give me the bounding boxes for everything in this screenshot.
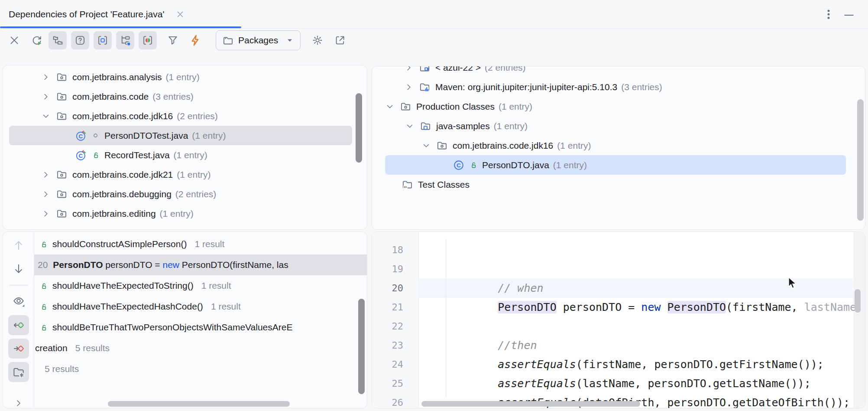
left-tree-scrollbar[interactable] (356, 93, 362, 163)
code-keyword: new (641, 301, 661, 313)
tree-label: com.jetbrains.code (72, 91, 149, 102)
tree-row-package[interactable]: com.jetbrains.code.jdk16 (1 entry) (372, 136, 865, 155)
tab-close-icon[interactable] (175, 9, 185, 21)
tree-row-jdk[interactable]: < azul-22 > (2 entries) (372, 66, 865, 77)
code-line[interactable]: // when (420, 260, 865, 279)
code-preview-editor: 18 19 20 21 22 23 24 25 26 // when Perso… (372, 232, 865, 408)
tree-label: Production Classes (416, 101, 495, 112)
incoming-usages-button[interactable] (8, 315, 29, 335)
preview-eye-button[interactable] (8, 291, 29, 311)
tree-row-package[interactable]: com.jetbrains.code (3 entries) (3, 87, 367, 106)
tree-count: (3 entries) (621, 82, 662, 92)
editor-vertical-scrollbar[interactable] (855, 289, 861, 313)
usages-panel: shouldConstructASimplePerson() 1 result … (3, 232, 367, 408)
tree-row-package[interactable]: com.jetbrains.code.jdk21 (1 entry) (3, 165, 367, 184)
open-in-editor-button[interactable] (331, 31, 349, 49)
usage-count: 1 result (201, 281, 231, 291)
outgoing-usages-button[interactable] (8, 339, 29, 359)
chevron-right-icon[interactable] (41, 209, 56, 219)
code-line[interactable]: assertEquals(dateOfBirth, personDTO.getD… (420, 374, 865, 393)
tree-row-package[interactable]: com.jetbrains.editing (1 entry) (3, 204, 367, 223)
settings-button[interactable] (308, 31, 327, 49)
previous-occurrence-button[interactable] (8, 235, 29, 255)
tree-row-test-classes[interactable]: Test Classes (372, 175, 865, 194)
usage-label: shouldHaveTheExpectedToString() (52, 281, 194, 291)
svg-text:C: C (79, 153, 83, 159)
code-text-under-cursor: lastName, (804, 301, 863, 313)
tree-label: com.jetbrains.code.jdk21 (72, 170, 173, 180)
module-groups-button[interactable] (116, 31, 134, 49)
chevron-right-icon[interactable] (41, 92, 56, 101)
tool-window-header: Dependencies of Project 'Feature.java' (0, 0, 868, 29)
usage-count: 1 result (211, 301, 241, 312)
show-modules-button[interactable] (94, 31, 112, 49)
module-icon (420, 120, 436, 132)
chevron-right-icon[interactable] (41, 189, 56, 199)
tree-row-production-classes[interactable]: Production Classes (1 entry) (372, 97, 865, 116)
chevron-right-icon[interactable] (41, 170, 56, 179)
minimize-icon[interactable] (843, 9, 855, 23)
analyzed-code-tree: com.jetbrains.analysis (1 entry) com.jet… (3, 65, 367, 230)
more-options-icon[interactable] (822, 8, 835, 23)
code-identifier-highlighted: PersonDTO (667, 301, 726, 313)
tree-row-module[interactable]: java-samples (1 entry) (372, 116, 865, 136)
code-line[interactable]: //then (420, 317, 865, 336)
usage-row-method[interactable]: shouldConstructASimplePerson() 1 result (34, 234, 367, 254)
chevron-right-icon[interactable] (404, 66, 419, 72)
flash-button[interactable] (186, 31, 204, 49)
filter-button[interactable] (164, 31, 182, 49)
code-line[interactable]: assertEquals(firstName, personDTO.getFir… (420, 336, 865, 355)
lock-open-icon (39, 323, 52, 332)
tree-count: (1 entry) (553, 160, 587, 170)
usage-keyword: new (162, 260, 179, 270)
editor-horizontal-scrollbar[interactable] (421, 401, 640, 407)
module-dependencies-button[interactable] (139, 31, 157, 49)
library-icon (419, 81, 435, 93)
jdk-icon (419, 66, 435, 73)
code-line[interactable]: assertEquals(lastName, personDTO.getLast… (420, 355, 865, 374)
tree-row-file[interactable]: C RecordTest.java (1 entry) (3, 145, 367, 165)
folder-icon (222, 35, 234, 46)
tree-count: (1 entry) (177, 170, 211, 180)
tree-row-file-selected[interactable]: C PersonDTO.java (1 entry) (372, 155, 865, 175)
tree-row-package[interactable]: com.jetbrains.debugging (2 entries) (3, 184, 367, 204)
usage-row-method[interactable]: shouldBeTrueThatTwoPersonObjectsWithSame… (34, 317, 367, 338)
scope-selector[interactable]: Packages (216, 30, 301, 50)
tree-row-package[interactable]: com.jetbrains.code.jdk16 (2 entries) (3, 106, 367, 126)
usage-row-method[interactable]: shouldHaveTheExpectedHashCode() 1 result (34, 296, 367, 317)
group-by-directory-button[interactable] (8, 362, 29, 382)
tree-row-library[interactable]: Maven: org.junit.jupiter:junit-jupiter-a… (372, 77, 865, 97)
show-misc-button[interactable] (71, 31, 89, 49)
chevron-right-icon[interactable] (404, 82, 419, 92)
usage-row-group[interactable]: 5 results (34, 359, 367, 379)
chevron-right-icon[interactable] (41, 72, 56, 82)
chevron-down-icon[interactable] (41, 111, 56, 121)
tree-label: Maven: org.junit.jupiter:junit-jupiter-a… (435, 82, 617, 92)
tree-row-package[interactable]: com.jetbrains.analysis (1 entry) (3, 67, 367, 87)
usage-label: shouldConstructASimplePerson() (52, 239, 187, 249)
line-number: 25 (372, 374, 403, 393)
usages-vertical-scrollbar[interactable] (358, 299, 365, 394)
tree-row-file-selected[interactable]: C PersonDTOTest.java (1 entry) (3, 126, 367, 145)
tab-dependencies[interactable]: Dependencies of Project 'Feature.java' (9, 0, 164, 29)
chevron-down-icon[interactable] (421, 141, 436, 150)
usages-horizontal-scrollbar[interactable] (108, 401, 290, 407)
chevron-down-icon[interactable] (385, 102, 400, 111)
tree-label: com.jetbrains.code.jdk16 (72, 111, 173, 121)
line-number: 26 (372, 393, 403, 408)
tree-label: java-samples (436, 121, 490, 131)
close-button[interactable] (5, 31, 23, 49)
usage-count: 1 result (194, 239, 224, 249)
flatten-packages-button[interactable] (49, 31, 67, 49)
code-identifier-highlighted: PersonDTO (498, 301, 556, 313)
usage-row-group[interactable]: creation 5 results (34, 338, 367, 359)
usage-row-method[interactable]: shouldHaveTheExpectedToString() 1 result (34, 275, 367, 296)
right-tree-scrollbar[interactable] (857, 99, 864, 221)
chevron-down-icon[interactable] (405, 121, 420, 131)
usage-row-code-selected[interactable]: 20 PersonDTO personDTO = new PersonDTO(f… (34, 254, 367, 275)
test-class-icon: C (75, 130, 91, 142)
rerun-button[interactable] (28, 31, 46, 49)
next-occurrence-button[interactable] (8, 259, 29, 279)
expand-chevron-button[interactable] (8, 393, 29, 408)
usages-toolbar (3, 232, 34, 408)
